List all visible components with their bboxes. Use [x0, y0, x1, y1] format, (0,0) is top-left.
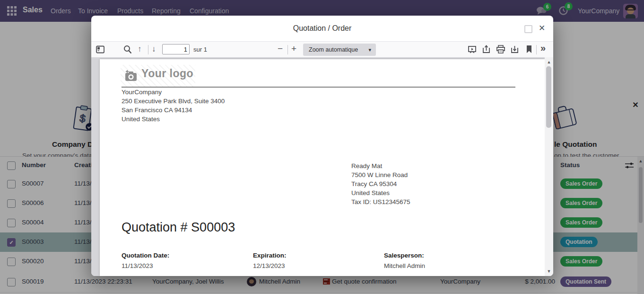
toolbar-divider [536, 45, 537, 54]
zoom-mode-select[interactable]: Zoom automatique ▾ [303, 44, 376, 56]
pdf-viewer: Your logo YourCompany 250 Executive Park… [91, 57, 553, 276]
toolbar-divider [148, 45, 148, 54]
open-file-icon[interactable] [482, 45, 490, 53]
salesperson-value: Mitchell Admin [384, 262, 425, 269]
page-down-icon[interactable]: ↓ [152, 45, 156, 54]
expiration-value: 12/13/2023 [253, 262, 285, 269]
quotation-date-label: Quotation Date: [122, 252, 169, 259]
screen: Sales Orders To Invoice Products Reporti… [0, 0, 644, 294]
presentation-mode-icon[interactable] [468, 45, 476, 53]
page-number-input[interactable] [162, 44, 190, 54]
zoom-in-icon[interactable]: + [291, 44, 296, 54]
print-icon[interactable] [496, 45, 505, 53]
expiration-label: Expiration: [253, 252, 287, 259]
sidebar-toggle-icon[interactable] [96, 45, 104, 53]
pdf-toolbar: ↑ ↓ sur 1 − + Zoom automatique ▾ [91, 41, 553, 58]
logo-text: Your logo [141, 67, 193, 80]
company-address-block: YourCompany 250 Executive Park Blvd, Sui… [122, 88, 225, 124]
modal-close-button[interactable]: ✕ [537, 24, 547, 33]
maximize-button[interactable] [524, 25, 532, 33]
pdf-page: Your logo YourCompany 250 Executive Park… [100, 59, 545, 276]
pdf-scroll-up-icon[interactable]: ▲ [546, 60, 552, 64]
search-icon[interactable] [123, 45, 132, 54]
page-up-icon[interactable]: ↑ [138, 45, 142, 54]
quotation-date-value: 11/13/2023 [122, 262, 153, 269]
bookmark-icon[interactable] [526, 45, 532, 53]
pdf-scrollbar-thumb[interactable] [546, 66, 551, 128]
camera-icon [124, 70, 138, 82]
toolbar-divider [287, 45, 288, 54]
zoom-out-icon[interactable]: − [278, 44, 283, 54]
modal-title: Quotation / Order [91, 16, 553, 41]
pdf-scroll-down-icon[interactable]: ▼ [546, 269, 552, 274]
pdf-scrollbar[interactable]: ▲ ▼ [545, 57, 553, 276]
chevron-down-icon: ▾ [368, 44, 371, 56]
page-count-label: sur 1 [193, 46, 207, 53]
quotation-order-modal: Quotation / Order ✕ ↑ ↓ sur 1 [91, 16, 553, 276]
zoom-mode-value: Zoom automatique [309, 46, 358, 53]
quotation-title: Quotation # S00003 [122, 220, 235, 235]
more-tools-icon[interactable]: » [540, 43, 546, 53]
salesperson-label: Salesperson: [384, 252, 424, 259]
download-icon[interactable] [511, 45, 519, 53]
customer-address-block: Ready Mat 7500 W Linne Road Tracy CA 953… [351, 161, 410, 206]
